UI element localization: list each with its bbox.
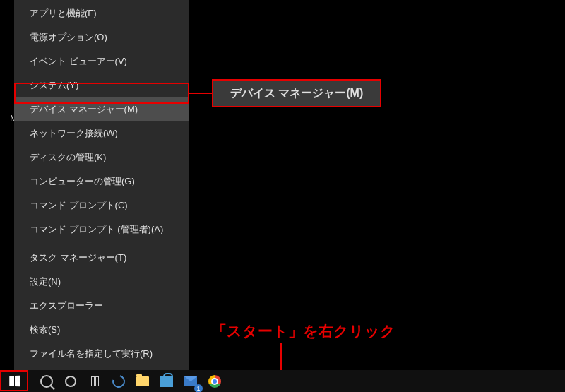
menu-item-disk-management[interactable]: ディスクの管理(K) — [14, 145, 189, 170]
taskview-icon — [91, 376, 99, 386]
taskbar-taskview-button[interactable] — [85, 372, 105, 391]
menu-item-run[interactable]: ファイル名を指定して実行(R) — [14, 342, 189, 366]
menu-item-command-prompt[interactable]: コマンド プロンプト(C) — [14, 194, 189, 218]
menu-item-command-prompt-admin[interactable]: コマンド プロンプト (管理者)(A) — [14, 218, 189, 242]
taskbar-search-button[interactable] — [37, 372, 56, 391]
winx-power-menu: アプリと機能(F) 電源オプション(O) イベント ビューアー(V) システム(… — [14, 0, 189, 370]
start-button[interactable] — [0, 370, 28, 392]
menu-item-device-manager[interactable]: デバイス マネージャー(M) — [14, 97, 189, 121]
taskbar-pinned-apps — [37, 372, 225, 391]
taskbar-explorer-button[interactable] — [133, 372, 153, 391]
taskbar-mail-button[interactable] — [181, 372, 201, 391]
menu-item-search[interactable]: 検索(S) — [14, 318, 189, 342]
menu-item-event-viewer[interactable]: イベント ビューアー(V) — [14, 49, 189, 73]
folder-icon — [136, 376, 149, 386]
taskbar-edge-button[interactable] — [109, 372, 129, 391]
menu-item-power-options[interactable]: 電源オプション(O) — [14, 25, 189, 49]
annotation-connector-line — [189, 93, 212, 94]
menu-item-explorer[interactable]: エクスプローラー — [14, 294, 189, 318]
menu-item-network-connections[interactable]: ネットワーク接続(W) — [14, 121, 189, 145]
chrome-icon — [208, 375, 221, 388]
menu-item-computer-management[interactable]: コンピューターの管理(G) — [14, 170, 189, 194]
edge-icon — [110, 372, 128, 390]
annotation-callout-text: デバイス マネージャー(M) — [230, 86, 363, 101]
taskbar-chrome-button[interactable] — [205, 372, 225, 391]
menu-item-task-manager[interactable]: タスク マネージャー(T) — [14, 246, 189, 270]
taskbar-cortana-button[interactable] — [61, 372, 81, 391]
annotation-callout-box: デバイス マネージャー(M) — [212, 79, 381, 107]
annotation-instruction-text: 「スタート」を右クリック — [212, 321, 396, 341]
annotation-pointer-line-vertical — [280, 343, 282, 370]
menu-item-system[interactable]: システム(Y) — [14, 73, 189, 97]
store-icon — [160, 376, 173, 387]
search-icon — [40, 375, 53, 388]
taskbar — [0, 370, 565, 392]
taskbar-store-button[interactable] — [157, 372, 177, 391]
cortana-icon — [65, 376, 76, 387]
menu-item-apps-features[interactable]: アプリと機能(F) — [14, 1, 189, 25]
windows-logo-icon — [9, 376, 20, 386]
menu-item-settings[interactable]: 設定(N) — [14, 270, 189, 294]
mail-icon — [184, 376, 197, 386]
